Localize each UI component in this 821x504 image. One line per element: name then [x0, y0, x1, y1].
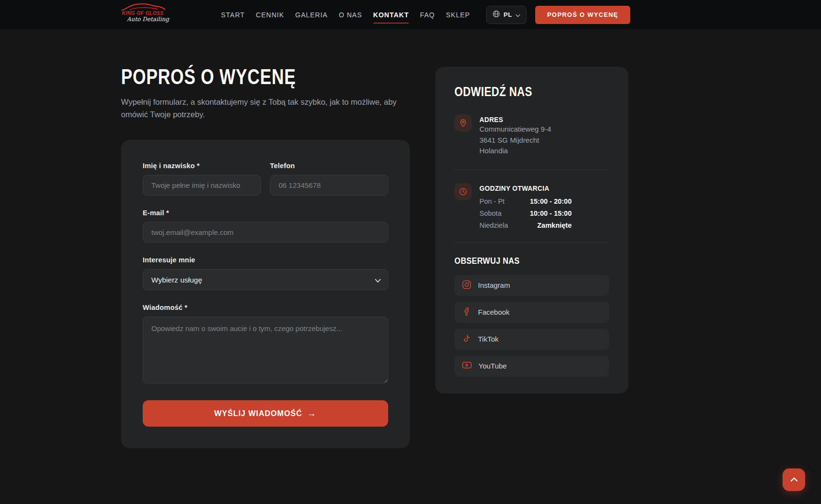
- divider: [454, 170, 609, 170]
- request-quote-button[interactable]: POPROŚ O WYCENĘ: [535, 6, 630, 24]
- social-label: YouTube: [478, 362, 507, 370]
- nav-item-start[interactable]: START: [221, 8, 245, 22]
- main-content: POPROŚ O WYCENĘ Wypełnij formularz, a sk…: [0, 30, 821, 448]
- hours-row: Pon - Pt 15:00 - 20:00: [479, 197, 572, 205]
- nav-item-galeria[interactable]: GALERIA: [295, 8, 328, 22]
- language-selector[interactable]: PL: [486, 6, 527, 24]
- nav-item-faq[interactable]: FAQ: [420, 8, 435, 22]
- page-subtitle: Wypełnij formularz, a skontaktujemy się …: [121, 96, 400, 121]
- divider: [454, 242, 609, 243]
- quote-form: Imię i nazwisko * Telefon E-mail * Inter…: [121, 140, 410, 448]
- follow-us-title: OBSERWUJ NAS: [454, 256, 586, 266]
- chevron-down-icon: [515, 11, 520, 19]
- scroll-to-top-button[interactable]: [783, 468, 805, 491]
- site-header: KING OF GLOSS Auto Detailing START CENNI…: [0, 0, 821, 30]
- instagram-icon: [462, 280, 471, 291]
- arrow-right-icon: →: [307, 408, 317, 419]
- service-select[interactable]: Wybierz usługę: [143, 269, 388, 290]
- address-line: Communicatieweg 9-4: [479, 124, 551, 135]
- facebook-icon: [462, 307, 471, 318]
- service-label: Interesuje mnie: [143, 256, 388, 264]
- tiktok-icon: [462, 334, 471, 344]
- hours-row: Sobota 10:00 - 15:00: [479, 209, 572, 217]
- address-title: ADRES: [479, 115, 542, 124]
- brand-tagline: Auto Detailing: [127, 16, 169, 23]
- visit-us-card: ODWIEDŹ NAS ADRES Communicatieweg 9-4 36…: [435, 67, 628, 393]
- social-links: Instagram Facebook TikTok: [454, 275, 609, 377]
- message-textarea[interactable]: [143, 317, 388, 383]
- send-message-button[interactable]: WYŚLIJ WIADOMOŚĆ →: [143, 400, 388, 427]
- chevron-up-icon: [790, 476, 798, 483]
- facebook-link[interactable]: Facebook: [454, 302, 609, 323]
- name-input[interactable]: [143, 175, 261, 196]
- opening-hours-block: GODZINY OTWARCIA Pon - Pt 15:00 - 20:00 …: [454, 183, 609, 229]
- nav-item-sklep[interactable]: SKLEP: [446, 8, 470, 22]
- message-label: Wiadomość *: [143, 304, 388, 311]
- social-label: Facebook: [478, 308, 510, 316]
- tiktok-link[interactable]: TikTok: [454, 329, 609, 350]
- address-block: ADRES Communicatieweg 9-4 3641 SG Mijdre…: [454, 114, 609, 157]
- hours-time: Zamknięte: [537, 221, 572, 229]
- map-pin-icon: [454, 114, 472, 132]
- hours-row: Niedziela Zamknięte: [479, 221, 572, 229]
- hours-day: Pon - Pt: [479, 197, 504, 205]
- social-label: Instagram: [478, 281, 510, 289]
- phone-label: Telefon: [270, 162, 388, 170]
- hours-time: 10:00 - 15:00: [530, 209, 572, 217]
- phone-input[interactable]: [270, 175, 388, 196]
- email-label: E-mail *: [143, 209, 388, 217]
- address-line: Holandia: [479, 146, 551, 157]
- name-label: Imię i nazwisko *: [143, 162, 261, 170]
- visit-us-title: ODWIEDŹ NAS: [454, 85, 581, 99]
- social-label: TikTok: [478, 335, 499, 343]
- hours-day: Sobota: [479, 209, 502, 217]
- youtube-icon: [462, 361, 472, 370]
- youtube-link[interactable]: YouTube: [454, 356, 609, 377]
- nav-item-cennik[interactable]: CENNIK: [256, 8, 284, 22]
- opening-hours-title: GODZINY OTWARCIA: [479, 184, 561, 193]
- language-code: PL: [503, 11, 512, 18]
- clock-icon: [454, 183, 472, 200]
- instagram-link[interactable]: Instagram: [454, 275, 609, 296]
- main-nav: START CENNIK GALERIA O NAS KONTAKT FAQ S…: [221, 8, 470, 22]
- address-line: 3641 SG Mijdrecht: [479, 135, 551, 146]
- nav-item-o-nas[interactable]: O NAS: [339, 8, 362, 22]
- send-message-label: WYŚLIJ WIADOMOŚĆ: [214, 409, 302, 418]
- brand-logo[interactable]: KING OF GLOSS Auto Detailing: [120, 1, 168, 28]
- globe-icon: [492, 10, 500, 20]
- email-input[interactable]: [143, 222, 388, 243]
- nav-item-kontakt[interactable]: KONTAKT: [373, 8, 409, 22]
- page-title: POPROŚ O WYCENĘ: [121, 65, 352, 89]
- brand-name: KING OF GLOSS: [122, 10, 163, 16]
- hours-time: 15:00 - 20:00: [530, 197, 572, 205]
- hours-day: Niedziela: [479, 221, 508, 229]
